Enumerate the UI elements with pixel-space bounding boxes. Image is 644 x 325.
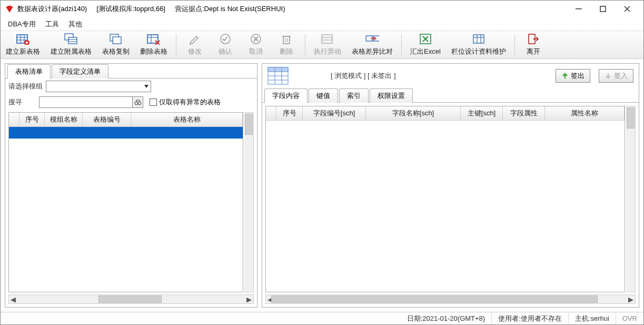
- right-grid-header: 序号 字段编号[sch] 字段名称[sch] 主键[sch] 字段属性 属性名称: [266, 106, 625, 121]
- status-ovr: OVR: [616, 314, 643, 322]
- checkin-button[interactable]: 签入: [599, 69, 633, 83]
- menu-tools[interactable]: 工具: [41, 18, 63, 31]
- grid-run-icon: [321, 33, 334, 45]
- trash-icon: [280, 33, 293, 45]
- search-button[interactable]: [132, 97, 143, 107]
- tab-key[interactable]: 键值: [309, 88, 338, 103]
- compare-icon: [365, 33, 379, 45]
- tab-perm[interactable]: 权限设置: [370, 88, 413, 103]
- search-input[interactable]: [39, 97, 132, 107]
- app-title: 数据表设计器(adzi140): [17, 4, 87, 14]
- scroll-right-icon[interactable]: ▶: [245, 295, 253, 303]
- minimize-button[interactable]: [567, 1, 591, 17]
- col-pk[interactable]: 主键[sch]: [461, 106, 503, 120]
- pencil-icon: [188, 33, 202, 45]
- tool-label: 离开: [527, 47, 540, 56]
- tool-label: 删除: [280, 47, 293, 56]
- tool-label: 表格复制: [102, 47, 130, 56]
- export-excel-button[interactable]: 汇出Excel: [405, 32, 446, 57]
- tab-field-content[interactable]: 字段内容: [264, 88, 308, 103]
- only-abnormal-label: 仅取得有异常的表格: [159, 97, 221, 107]
- svg-rect-19: [283, 36, 290, 44]
- left-hscrollbar[interactable]: ◀ ▶: [8, 294, 254, 304]
- confirm-button[interactable]: 确认: [210, 32, 241, 57]
- tool-label: 确认: [219, 47, 232, 56]
- scroll-right-icon[interactable]: ▶: [627, 295, 635, 303]
- tool-label: 表格差异比对: [352, 47, 393, 56]
- table-large-icon: [267, 67, 289, 85]
- left-grid[interactable]: 序号 模组名称 表格编号 表格名称: [8, 112, 243, 292]
- right-hscrollbar[interactable]: ◀ ▶: [265, 294, 636, 304]
- svg-point-35: [138, 102, 141, 105]
- selected-row[interactable]: [9, 127, 243, 139]
- tab-index[interactable]: 索引: [339, 88, 369, 103]
- cancel-button[interactable]: 取消: [241, 32, 271, 57]
- col-field-name[interactable]: 字段名称[sch]: [366, 106, 461, 120]
- menu-dba[interactable]: DBA专用: [4, 18, 40, 31]
- checkout-button[interactable]: 签出: [556, 69, 590, 83]
- checkin-label: 签入: [614, 71, 628, 81]
- diff-compare-button[interactable]: 表格差异比对: [346, 32, 398, 57]
- arrow-up-icon: [561, 72, 569, 80]
- left-grid-body[interactable]: [9, 127, 243, 292]
- svg-rect-23: [322, 35, 332, 43]
- left-tabstrip: 表格清单 字段定义清单: [5, 64, 257, 78]
- toolbar: 建立新表格 建立附属表格 表格复制 删除表格 修改 确认 取消 删除 执行异动 …: [1, 31, 643, 59]
- search-input-wrap: [39, 96, 143, 108]
- col-seq[interactable]: 序号: [276, 106, 303, 120]
- svg-rect-37: [268, 67, 288, 72]
- right-tabstrip: 字段内容 键值 索引 权限设置: [262, 88, 639, 103]
- title-bar: 数据表设计器(adzi140) [测试模拟库:topprd,66] 营运据点:D…: [1, 1, 643, 17]
- search-label: 搜寻: [8, 97, 36, 107]
- left-vscrollbar[interactable]: [244, 112, 254, 292]
- col-table-name[interactable]: 表格名称: [131, 113, 243, 126]
- col-field-code[interactable]: 字段编号[sch]: [303, 106, 366, 120]
- grid-add-icon: [16, 33, 30, 45]
- menu-other[interactable]: 其他: [64, 18, 86, 31]
- left-grid-header: 序号 模组名称 表格编号 表格名称: [9, 113, 243, 127]
- col-seq[interactable]: 序号: [19, 113, 45, 126]
- status-host: 主机:serhui: [569, 312, 616, 324]
- module-combo[interactable]: [46, 81, 151, 92]
- row-handle-header: [9, 113, 19, 126]
- col-field-attr[interactable]: 字段属性: [503, 106, 545, 120]
- only-abnormal-checkbox[interactable]: 仅取得有异常的表格: [150, 97, 221, 107]
- tab-field-def[interactable]: 字段定义清单: [52, 64, 108, 78]
- left-pane: 表格清单 字段定义清单 请选择模组 搜寻 仅取得有异常的表格: [5, 63, 257, 308]
- maintain-icon: [472, 33, 486, 45]
- exit-icon: [527, 33, 540, 45]
- new-sub-table-button[interactable]: 建立附属表格: [45, 32, 97, 57]
- right-vscrollbar[interactable]: [626, 106, 636, 292]
- right-pane: [ 浏览模式 ] [ 未签出 ] 签出 签入 字段内容 键值 索引 权限设置 序…: [262, 63, 639, 308]
- site-title: 营运据点:Dept is Not Exist(SERHUI): [175, 4, 285, 14]
- maximize-button[interactable]: [591, 1, 615, 17]
- svg-rect-29: [473, 35, 484, 43]
- modify-button[interactable]: 修改: [180, 32, 210, 57]
- right-grid-body[interactable]: [266, 121, 625, 292]
- checkbox-icon: [150, 99, 157, 106]
- select-module-label: 请选择模组: [8, 82, 43, 91]
- svg-rect-1: [600, 6, 606, 12]
- remove-button[interactable]: 删除: [271, 32, 302, 57]
- col-table-code[interactable]: 表格编号: [83, 113, 131, 126]
- grid-delete-icon: [147, 33, 161, 45]
- db-title: [测试模拟库:topprd,66]: [96, 4, 165, 14]
- col-module[interactable]: 模组名称: [45, 113, 83, 126]
- svg-rect-9: [68, 37, 77, 44]
- copy-table-button[interactable]: 表格复制: [97, 32, 135, 57]
- leave-button[interactable]: 离开: [518, 32, 549, 57]
- delete-table-button[interactable]: 删除表格: [135, 32, 173, 57]
- new-table-button[interactable]: 建立新表格: [1, 32, 45, 57]
- close-button[interactable]: [615, 1, 639, 17]
- tool-label: 取消: [249, 47, 263, 56]
- mode-label: [ 浏览模式 ] [ 未签出 ]: [294, 71, 396, 81]
- col-attr-name[interactable]: 属性名称: [545, 106, 625, 120]
- check-circle-icon: [219, 33, 232, 45]
- field-design-button[interactable]: 栏位设计资料维护: [446, 32, 511, 57]
- right-grid[interactable]: 序号 字段编号[sch] 字段名称[sch] 主键[sch] 字段属性 属性名称: [265, 106, 625, 292]
- exec-diff-button[interactable]: 执行异动: [309, 32, 346, 57]
- menu-bar: DBA专用 工具 其他: [1, 17, 643, 31]
- status-date: 日期:2021-01-20(GMT+8): [401, 312, 492, 324]
- tab-table-list[interactable]: 表格清单: [7, 64, 51, 79]
- scroll-left-icon[interactable]: ◀: [9, 295, 17, 303]
